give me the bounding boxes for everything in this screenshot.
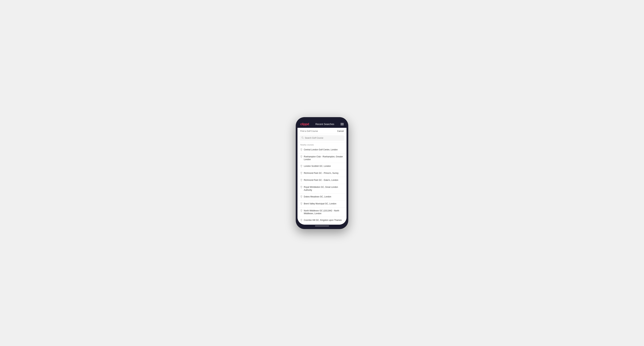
course-name: North Middlesex GC (1011942 - North Midd… xyxy=(304,209,344,215)
location-pin-icon xyxy=(300,165,302,168)
course-name: Richmond Park GC - Duke's, London xyxy=(304,179,338,182)
svg-point-6 xyxy=(301,179,302,180)
svg-line-1 xyxy=(303,138,304,139)
cancel-button[interactable]: Cancel xyxy=(337,130,344,132)
svg-point-3 xyxy=(301,156,302,156)
location-pin-icon xyxy=(300,186,302,189)
svg-point-9 xyxy=(301,203,302,203)
list-item[interactable]: Central London Golf Centre, London xyxy=(298,147,346,154)
app-logo: clippd xyxy=(300,122,309,126)
search-input[interactable] xyxy=(305,137,343,139)
phone-screen: clippd Recent Searches Find a Golf Cours… xyxy=(298,119,346,227)
search-icon xyxy=(301,137,304,140)
location-pin-icon xyxy=(300,179,302,182)
course-name: Roehampton Club - Roehampton, Greater Lo… xyxy=(304,155,344,161)
list-item[interactable]: Coombe Hill GC, Kingston upon Thames xyxy=(298,217,346,224)
phone-device: clippd Recent Searches Find a Golf Cours… xyxy=(296,117,348,229)
svg-point-7 xyxy=(301,186,302,187)
list-item[interactable]: Dukes Meadows GC, London xyxy=(298,193,346,200)
list-item[interactable]: Richmond Park GC - Duke's, London xyxy=(298,177,346,184)
list-item[interactable]: Royal Wimbledon GC, Great London Authori… xyxy=(298,184,346,193)
page-title: Recent Searches xyxy=(315,123,334,126)
home-bar xyxy=(315,226,329,226)
course-name: Coombe Hill GC, Kingston upon Thames xyxy=(304,219,342,222)
course-name: London Scottish GC, London xyxy=(304,165,331,168)
svg-point-2 xyxy=(301,149,302,149)
list-item[interactable]: London Scottish GC, London xyxy=(298,163,346,170)
list-item[interactable]: Brent Valley Municipal GC, London xyxy=(298,200,346,207)
location-pin-icon xyxy=(300,156,302,159)
svg-point-8 xyxy=(301,196,302,196)
find-header: Find a Golf Course Cancel xyxy=(298,128,346,134)
course-name: Central London Golf Centre, London xyxy=(304,148,338,151)
location-pin-icon xyxy=(300,219,302,222)
svg-point-10 xyxy=(301,210,302,210)
location-pin-icon xyxy=(300,172,302,175)
status-bar xyxy=(298,119,346,121)
location-pin-icon xyxy=(300,149,302,152)
location-pin-icon xyxy=(300,202,302,206)
svg-point-4 xyxy=(301,166,302,166)
find-label: Find a Golf Course xyxy=(300,130,318,132)
course-name: Richmond Park GC - Prince's, Surrey xyxy=(304,172,338,175)
app-header: clippd Recent Searches xyxy=(298,121,346,128)
list-item[interactable]: North Middlesex GC (1011942 - North Midd… xyxy=(298,207,346,217)
search-container xyxy=(298,134,346,142)
list-item[interactable]: Richmond Park GC - Prince's, Surrey xyxy=(298,170,346,177)
search-box xyxy=(300,135,344,141)
location-pin-icon xyxy=(300,209,302,213)
nearby-section-label: Nearby courses xyxy=(298,142,346,147)
location-pin-icon xyxy=(300,195,302,199)
course-name: Royal Wimbledon GC, Great London Authori… xyxy=(304,186,344,192)
content-area: Find a Golf Course Cancel Nearby courses xyxy=(298,128,346,225)
courses-list: Central London Golf Centre, London Roeha… xyxy=(298,147,346,225)
home-indicator xyxy=(298,225,346,227)
list-item[interactable]: Roehampton Club - Roehampton, Greater Lo… xyxy=(298,154,346,163)
course-name: Brent Valley Municipal GC, London xyxy=(304,202,336,205)
menu-icon[interactable] xyxy=(340,123,344,125)
course-name: Dukes Meadows GC, London xyxy=(304,195,331,198)
svg-point-11 xyxy=(301,219,302,220)
svg-point-5 xyxy=(301,173,302,173)
